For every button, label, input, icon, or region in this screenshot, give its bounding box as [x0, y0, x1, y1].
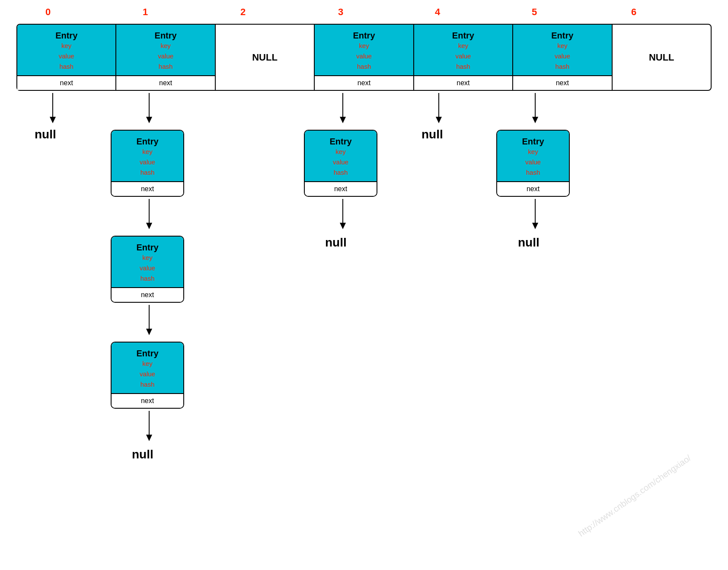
- cell-1-next: next: [116, 75, 214, 90]
- arrow-col3-0: [338, 93, 347, 128]
- cell-3-title: Entry: [317, 31, 411, 41]
- array-cell-6: NULL: [613, 25, 711, 90]
- chain-3-entry-1: Entry keyvaluehash next: [304, 130, 377, 197]
- arrow-col4: [434, 93, 443, 128]
- cell-5-next: next: [513, 75, 611, 90]
- index-2: 2: [240, 6, 246, 18]
- cell-0-next: next: [17, 75, 115, 90]
- cell-2-null: NULL: [252, 52, 278, 63]
- svg-marker-7: [146, 329, 152, 335]
- index-0: 0: [45, 6, 51, 18]
- svg-marker-1: [50, 117, 56, 123]
- null-col5: null: [518, 236, 540, 250]
- cell-4-title: Entry: [416, 31, 510, 41]
- cell-4-fields: keyvaluehash: [416, 41, 510, 72]
- svg-marker-3: [146, 117, 152, 123]
- null-col3: null: [325, 236, 347, 250]
- null-col4: null: [421, 128, 443, 141]
- cell-5-title: Entry: [515, 31, 609, 41]
- cell-3-fields: keyvaluehash: [317, 41, 411, 72]
- chain-5-entry-1: Entry keyvaluehash next: [496, 130, 570, 197]
- svg-marker-11: [340, 117, 346, 123]
- arrow-col1-0: [145, 93, 153, 128]
- cell-5-fields: keyvaluehash: [515, 41, 609, 72]
- arrow-col5-1: [531, 199, 540, 234]
- svg-marker-15: [436, 117, 442, 123]
- arrow-col1-3: [145, 411, 153, 445]
- arrow-col1-2: [145, 305, 153, 339]
- cell-1-fields: keyvaluehash: [118, 41, 212, 72]
- index-3: 3: [338, 6, 343, 18]
- index-1: 1: [143, 6, 148, 18]
- null-col1: null: [132, 448, 153, 461]
- arrow-col5-0: [531, 93, 540, 128]
- cell-6-null: NULL: [649, 52, 674, 63]
- chain-1-entry-1: Entry keyvaluehash next: [111, 130, 184, 197]
- svg-marker-17: [532, 117, 538, 123]
- svg-marker-9: [146, 435, 152, 441]
- arrow-col1-1: [145, 199, 153, 234]
- cell-1-title: Entry: [118, 31, 212, 41]
- chain-1-entry-3: Entry keyvaluehash next: [111, 342, 184, 409]
- svg-marker-13: [340, 223, 346, 229]
- array-cell-4: Entry keyvaluehash next: [414, 25, 513, 90]
- array-container: Entry keyvaluehash next Entry keyvalueha…: [16, 24, 712, 91]
- array-cell-5: Entry keyvaluehash next: [513, 25, 612, 90]
- index-4: 4: [435, 6, 440, 18]
- svg-marker-19: [532, 223, 538, 229]
- null-col0: null: [35, 128, 56, 141]
- array-cell-1: Entry keyvaluehash next: [116, 25, 215, 90]
- watermark: http://www.cnblogs.com/chengxiao/: [576, 453, 693, 538]
- svg-marker-5: [146, 223, 152, 229]
- chain-1-entry-2: Entry keyvaluehash next: [111, 236, 184, 303]
- array-cell-0: Entry keyvaluehash next: [17, 25, 116, 90]
- cell-4-next: next: [414, 75, 512, 90]
- cell-3-next: next: [315, 75, 413, 90]
- array-cell-2: NULL: [216, 25, 315, 90]
- cell-0-title: Entry: [19, 31, 113, 41]
- arrow-col3-1: [338, 199, 347, 234]
- index-5: 5: [532, 6, 537, 18]
- cell-0-fields: keyvaluehash: [19, 41, 113, 72]
- index-6: 6: [631, 6, 636, 18]
- arrow-col0: [48, 93, 57, 128]
- array-cell-3: Entry keyvaluehash next: [315, 25, 414, 90]
